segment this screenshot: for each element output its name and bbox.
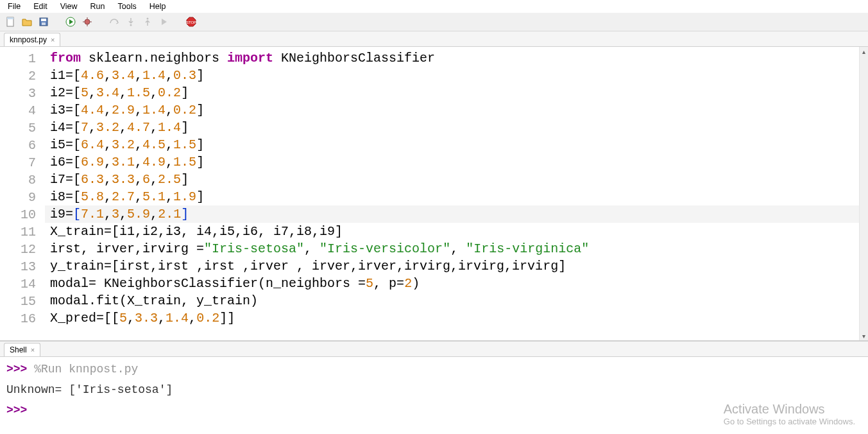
- code-line[interactable]: i7=[6.3,3.3,6,2.5]: [45, 171, 859, 188]
- menubar: File Edit View Run Tools Help: [0, 0, 868, 13]
- scrollbar[interactable]: ▴ ▾: [859, 47, 868, 340]
- menu-view[interactable]: View: [54, 1, 84, 12]
- scroll-up-icon[interactable]: ▴: [860, 47, 867, 56]
- svg-point-11: [130, 24, 132, 26]
- code-line[interactable]: i1=[4.6,3.4,1.4,0.3]: [45, 67, 859, 84]
- editor[interactable]: 12345678910111213141516 from sklearn.nei…: [0, 47, 868, 340]
- svg-point-12: [147, 18, 149, 20]
- shell-run-command: %Run knnpost.py: [34, 363, 138, 376]
- shell-output: Unknown= ['Iris-setosa']: [6, 381, 862, 398]
- new-file-icon[interactable]: [4, 15, 17, 28]
- code-line[interactable]: y_train=[irst,irst ,irst ,irver , irver,…: [45, 257, 859, 275]
- gutter-line: 1: [0, 49, 45, 67]
- close-icon[interactable]: ×: [31, 346, 35, 354]
- gutter-line: 14: [0, 275, 45, 292]
- gutter-line: 15: [0, 292, 45, 309]
- code-line[interactable]: X_train=[i1,i2,i3, i4,i5,i6, i7,i8,i9]: [45, 223, 859, 240]
- gutter-line: 12: [0, 240, 45, 257]
- menu-edit[interactable]: Edit: [27, 1, 54, 12]
- menu-help[interactable]: Help: [143, 1, 173, 12]
- shell-line-run: >>> %Run knnpost.py: [6, 361, 862, 378]
- run-icon[interactable]: [64, 15, 77, 28]
- shell-tab-label: Shell: [10, 345, 27, 354]
- svg-rect-1: [7, 17, 13, 19]
- shell[interactable]: >>> %Run knnpost.py Unknown= ['Iris-seto…: [0, 357, 868, 434]
- code-line[interactable]: i2=[5,3.4,1.5,0.2]: [45, 84, 859, 101]
- gutter-line: 2: [0, 67, 45, 84]
- code-line[interactable]: i6=[6.9,3.1,4.9,1.5]: [45, 153, 859, 171]
- editor-tabs: knnpost.py ×: [0, 31, 868, 47]
- gutter-line: 11: [0, 223, 45, 240]
- code-area[interactable]: from sklearn.neighbors import KNeighbors…: [45, 47, 859, 340]
- code-line[interactable]: i8=[5.8,2.7,5.1,1.9]: [45, 188, 859, 205]
- menu-run[interactable]: Run: [84, 1, 112, 12]
- shell-prompt: >>>: [6, 404, 27, 417]
- gutter-line: 13: [0, 257, 45, 275]
- menu-tools[interactable]: Tools: [112, 1, 143, 12]
- code-line[interactable]: X_pred=[[5,3.3,1.4,0.2]]: [45, 309, 859, 327]
- save-icon[interactable]: [37, 15, 50, 28]
- gutter-line: 16: [0, 309, 45, 327]
- code-line[interactable]: modal= KNeighborsClassifier(n_neighbors …: [45, 275, 859, 292]
- code-line[interactable]: i9=[7.1,3,5.9,2.1]: [45, 205, 859, 223]
- code-line[interactable]: irst, irver,irvirg ="Iris-setosa", "Iris…: [45, 240, 859, 257]
- gutter-line: 7: [0, 153, 45, 171]
- toolbar: STOP: [0, 13, 868, 31]
- gutter-line: 9: [0, 188, 45, 205]
- line-gutter: 12345678910111213141516: [0, 47, 45, 340]
- debug-icon[interactable]: [81, 15, 94, 28]
- shell-prompt: >>>: [6, 363, 27, 376]
- svg-text:STOP: STOP: [186, 21, 196, 24]
- gutter-line: 6: [0, 136, 45, 153]
- gutter-line: 4: [0, 101, 45, 119]
- svg-point-6: [85, 19, 90, 24]
- step-out-icon[interactable]: [141, 15, 154, 28]
- gutter-line: 10: [0, 205, 45, 223]
- gutter-line: 3: [0, 84, 45, 101]
- close-icon[interactable]: ×: [51, 36, 55, 44]
- shell-tabs: Shell ×: [0, 342, 868, 357]
- code-line[interactable]: i3=[4.4,2.9,1.4,0.2]: [45, 101, 859, 119]
- gutter-line: 5: [0, 119, 45, 136]
- gutter-line: 8: [0, 171, 45, 188]
- scroll-down-icon[interactable]: ▾: [860, 331, 867, 340]
- menu-file[interactable]: File: [1, 1, 27, 12]
- step-into-icon[interactable]: [124, 15, 137, 28]
- code-line[interactable]: i5=[6.4,3.2,4.5,1.5]: [45, 136, 859, 153]
- resume-icon[interactable]: [158, 15, 171, 28]
- shell-line-prompt[interactable]: >>>: [6, 402, 862, 419]
- shell-tab[interactable]: Shell ×: [4, 343, 40, 356]
- editor-tab-label: knnpost.py: [10, 35, 47, 44]
- code-line[interactable]: from sklearn.neighbors import KNeighbors…: [45, 49, 859, 67]
- code-line[interactable]: i4=[7,3.2,4.7,1.4]: [45, 119, 859, 136]
- step-over-icon[interactable]: [108, 15, 121, 28]
- editor-tab-knnpost[interactable]: knnpost.py ×: [4, 33, 60, 46]
- svg-rect-4: [42, 22, 46, 25]
- svg-rect-3: [41, 19, 46, 21]
- code-line[interactable]: modal.fit(X_train, y_train): [45, 292, 859, 309]
- stop-icon[interactable]: STOP: [185, 15, 198, 28]
- open-folder-icon[interactable]: [21, 15, 33, 28]
